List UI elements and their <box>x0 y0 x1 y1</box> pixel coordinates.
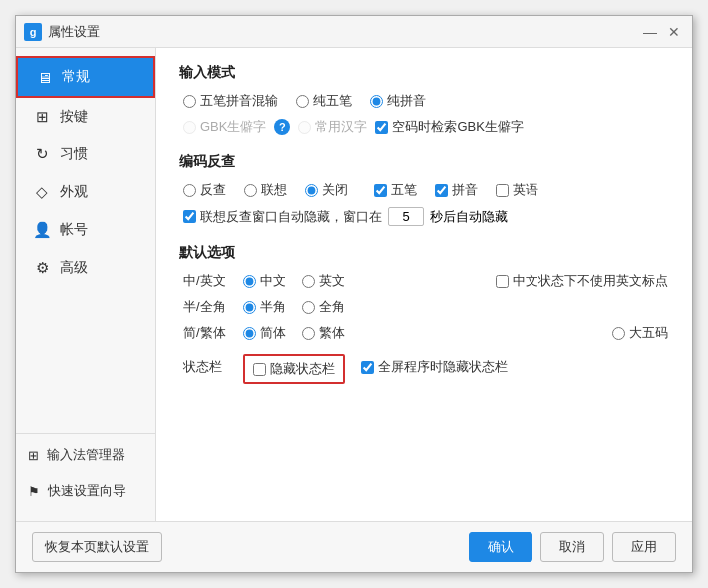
radio-pure-pinyin[interactable]: 纯拼音 <box>370 92 426 110</box>
radio-common-hanzi: 常用汉字 <box>298 118 367 136</box>
radio-pure-wubi[interactable]: 纯五笔 <box>296 92 352 110</box>
label-no-english-punct: 中文状态下不使用英文标点 <box>513 272 668 290</box>
title-bar-left: g 属性设置 <box>24 23 100 41</box>
ime-manager-label: 输入法管理器 <box>47 446 125 464</box>
sidebar-item-appearance[interactable]: ◇ 外观 <box>16 173 155 211</box>
label-big5: 大五码 <box>629 324 668 342</box>
label-simp: 简体 <box>260 324 286 342</box>
help-icon[interactable]: ? <box>274 119 290 135</box>
radios-lang: 中文 英文 <box>243 272 480 290</box>
row-status-bar: 状态栏 隐藏状态栏 全屏程序时隐藏状态栏 <box>183 350 668 384</box>
label-wubi-pinyin: 五笔拼音混输 <box>200 92 278 110</box>
radio-trad[interactable]: 繁体 <box>302 324 345 342</box>
sidebar-item-quick-setup[interactable]: ⚑ 快速设置向导 <box>16 473 155 509</box>
label-pinyin-check: 拼音 <box>452 181 478 199</box>
checkbox-auto-hide[interactable]: 联想反查窗口自动隐藏，窗口在 <box>183 208 382 226</box>
label-gbk: GBK生僻字 <box>200 118 266 136</box>
status-bar-highlighted: 隐藏状态栏 <box>243 354 345 384</box>
sidebar-label-advanced: 高级 <box>60 259 88 277</box>
label-english-check: 英语 <box>513 181 538 199</box>
cancel-button[interactable]: 取消 <box>540 532 604 562</box>
radios-halfwidth: 半角 全角 <box>243 298 668 316</box>
label-full: 全角 <box>319 298 345 316</box>
sidebar-label-general: 常规 <box>62 68 90 86</box>
sidebar-item-ime-manager[interactable]: ⊞ 输入法管理器 <box>16 438 155 473</box>
keyboard-icon: ⊞ <box>32 108 52 126</box>
radio-close-check[interactable]: 关闭 <box>305 181 348 199</box>
input-mode-radio-group: 五笔拼音混输 纯五笔 纯拼音 <box>183 92 668 110</box>
row-halfwidth: 半/全角 半角 全角 <box>183 298 668 316</box>
radio-chinese[interactable]: 中文 <box>243 272 286 290</box>
sidebar-item-advanced[interactable]: ⚙ 高级 <box>16 249 155 287</box>
checkbox-fullscreen-hide[interactable]: 全屏程序时隐藏状态栏 <box>361 358 508 376</box>
habit-icon: ↻ <box>32 146 52 163</box>
account-icon: 👤 <box>32 221 52 239</box>
radio-reverse[interactable]: 反查 <box>183 181 226 199</box>
content-area: 🖥 常规 ⊞ 按键 ↻ 习惯 ◇ 外观 👤 帐号 ⚙ 高级 <box>16 48 692 521</box>
reset-button[interactable]: 恢复本页默认设置 <box>32 532 162 562</box>
label-halfwidth: 半/全角 <box>183 298 243 316</box>
quick-setup-label: 快速设置向导 <box>48 482 126 500</box>
checkbox-no-english-punct[interactable]: 中文状态下不使用英文标点 <box>496 272 668 290</box>
sidebar-bottom: ⊞ 输入法管理器 ⚑ 快速设置向导 <box>16 433 155 513</box>
section-default-options: 默认选项 中/英文 中文 英文 <box>179 244 668 384</box>
section-code-check: 编码反查 反查 联想 关闭 <box>179 153 668 226</box>
label-pure-wubi: 纯五笔 <box>313 92 352 110</box>
row-simplified: 简/繁体 简体 繁体 <box>183 324 668 342</box>
auto-hide-seconds-input[interactable] <box>388 207 424 226</box>
gear-icon: ⚙ <box>32 259 52 277</box>
label-half: 半角 <box>260 298 286 316</box>
footer: 恢复本页默认设置 确认 取消 应用 <box>16 521 692 572</box>
gbk-row: GBK生僻字 ? 常用汉字 空码时检索GBK生僻字 <box>183 118 668 136</box>
close-button[interactable]: ✕ <box>664 22 684 42</box>
checkbox-pinyin-check[interactable]: 拼音 <box>435 181 478 199</box>
footer-right: 确认 取消 应用 <box>469 532 676 562</box>
confirm-button[interactable]: 确认 <box>469 532 532 562</box>
label-trad: 繁体 <box>319 324 345 342</box>
sidebar-item-general[interactable]: 🖥 常规 <box>16 56 155 98</box>
label-wubi-check: 五笔 <box>391 181 417 199</box>
apply-button[interactable]: 应用 <box>612 532 676 562</box>
sidebar-item-account[interactable]: 👤 帐号 <box>16 211 155 249</box>
sidebar-item-keys[interactable]: ⊞ 按键 <box>16 98 155 136</box>
label-chinese: 中文 <box>260 272 286 290</box>
minimize-button[interactable]: — <box>640 22 660 42</box>
input-mode-content: 五笔拼音混输 纯五笔 纯拼音 <box>179 92 668 136</box>
footer-left: 恢复本页默认设置 <box>32 532 469 562</box>
checkbox-english-check[interactable]: 英语 <box>496 181 538 199</box>
title-bar: g 属性设置 — ✕ <box>16 16 692 48</box>
radio-gbk: GBK生僻字 <box>183 118 266 136</box>
label-lang: 中/英文 <box>183 272 243 290</box>
ime-manager-icon: ⊞ <box>28 448 39 463</box>
radio-associate[interactable]: 联想 <box>244 181 287 199</box>
radio-half[interactable]: 半角 <box>243 298 286 316</box>
label-hide-status-bar: 隐藏状态栏 <box>270 360 335 378</box>
checkbox-big5[interactable]: 大五码 <box>612 324 668 342</box>
sidebar-label-appearance: 外观 <box>60 183 88 201</box>
sidebar-label-account: 帐号 <box>60 221 88 239</box>
label-pure-pinyin: 纯拼音 <box>387 92 426 110</box>
checkbox-wubi-check[interactable]: 五笔 <box>374 181 417 199</box>
label-english: 英文 <box>319 272 345 290</box>
checkbox-space-search[interactable]: 空码时检索GBK生僻字 <box>375 118 523 136</box>
radio-simp[interactable]: 简体 <box>243 324 286 342</box>
section-title-input-mode: 输入模式 <box>179 64 668 82</box>
settings-window: g 属性设置 — ✕ 🖥 常规 ⊞ 按键 ↻ 习惯 ◇ 外观 <box>15 15 693 573</box>
label-auto-hide: 联想反查窗口自动隐藏，窗口在 <box>200 208 382 226</box>
sidebar-item-habits[interactable]: ↻ 习惯 <box>16 136 155 173</box>
sidebar: 🖥 常规 ⊞ 按键 ↻ 习惯 ◇ 外观 👤 帐号 ⚙ 高级 <box>16 48 156 521</box>
monitor-icon: 🖥 <box>34 69 54 86</box>
auto-hide-suffix: 秒后自动隐藏 <box>430 208 508 226</box>
row-lang: 中/英文 中文 英文 <box>183 272 668 290</box>
code-check-content: 反查 联想 关闭 五笔 <box>179 181 668 226</box>
radio-english[interactable]: 英文 <box>302 272 345 290</box>
radio-full[interactable]: 全角 <box>302 298 345 316</box>
sidebar-label-habits: 习惯 <box>60 146 88 163</box>
app-icon: g <box>24 23 42 41</box>
radio-wubi-pinyin[interactable]: 五笔拼音混输 <box>183 92 278 110</box>
checkbox-hide-status-bar[interactable]: 隐藏状态栏 <box>253 360 335 378</box>
label-reverse: 反查 <box>200 181 226 199</box>
title-controls: — ✕ <box>640 22 684 42</box>
auto-hide-row: 联想反查窗口自动隐藏，窗口在 秒后自动隐藏 <box>183 207 668 226</box>
label-fullscreen-hide: 全屏程序时隐藏状态栏 <box>378 358 508 376</box>
